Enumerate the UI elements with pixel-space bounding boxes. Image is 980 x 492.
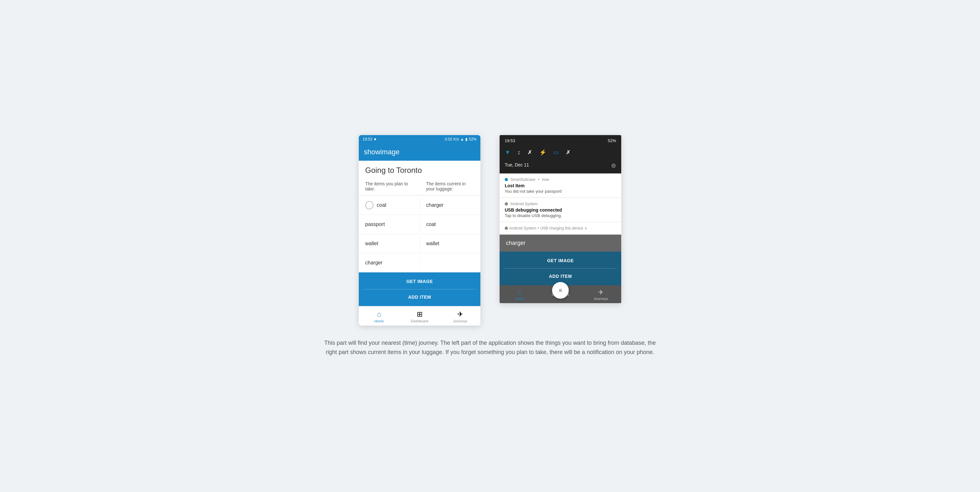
nav-dashboard[interactable]: ⊞ Dashboard <box>399 309 440 324</box>
right-panel: 19:53 52% ▼ ↕ ✗ ⚡ ▭ ✗ Tue, Dec 11 ⚙ <box>500 135 621 303</box>
luggage-item-4 <box>420 258 481 267</box>
notif-body-1: You did not take your passport! <box>505 189 616 194</box>
phone-bottom-nav: ⌂ Home ⊞ Dashboard ✈ Journeys <box>359 306 480 326</box>
right-journeys-icon: ✈ <box>598 288 604 296</box>
notif-time-3: USB charging this device <box>540 226 583 231</box>
notif-card-header-2: Android System <box>505 202 616 206</box>
notif-app-2: Android System <box>511 202 538 206</box>
nfc-icon: ✗ <box>566 149 571 156</box>
notif-body-2: Tap to disable USB debugging. <box>505 213 616 218</box>
right-nav-journeys-label: Journeys <box>594 297 608 301</box>
table-row: passport coat <box>359 215 480 234</box>
journeys-icon: ✈ <box>457 310 463 318</box>
planned-item-3: wallet <box>359 236 420 251</box>
status-dot <box>374 138 376 140</box>
notification-shade: 19:53 52% ▼ ↕ ✗ ⚡ ▭ ✗ Tue, Dec 11 ⚙ <box>500 135 621 235</box>
phone-content: Going to Toronto The items you plan to t… <box>359 161 480 272</box>
status-time: 19:53 <box>363 137 372 142</box>
phone-icon: ▭ <box>554 149 559 156</box>
notif-time: 19:53 <box>505 138 515 143</box>
notif-time-1: now <box>542 177 549 182</box>
wifi-icon: ▼ <box>505 149 511 156</box>
notification-usb-charging[interactable]: Android System • USB charging this devic… <box>500 222 621 235</box>
notif-title-2: USB debugging connected <box>505 207 616 213</box>
description-text: This part will find your nearest (time) … <box>314 338 666 357</box>
luggage-item-2: coat <box>420 217 481 232</box>
luggage-item-1: charger <box>420 198 481 213</box>
chevron-down-icon: ∨ <box>584 226 587 231</box>
right-item-label: charger <box>500 235 621 252</box>
nav-dashboard-label: Dashboard <box>411 319 428 323</box>
col-header-luggage: The items current in your luggage: <box>420 180 480 193</box>
planned-item-1: coat <box>359 197 420 214</box>
battery-icon: ▮ <box>465 137 468 142</box>
notif-battery: 52% <box>608 138 616 143</box>
notif-date: Tue, Dec 11 <box>505 162 529 169</box>
journey-title: Going to Toronto <box>359 161 480 177</box>
radio-circle[interactable] <box>365 201 374 209</box>
right-nav-home-label: Home <box>515 297 525 301</box>
notif-date-row: Tue, Dec 11 ⚙ <box>500 160 621 174</box>
table-row: coat charger <box>359 196 480 215</box>
notif-title-1: Lost Item <box>505 183 616 188</box>
table-row: charger <box>359 253 480 272</box>
luggage-item-3: wallet <box>420 236 481 251</box>
notif-bullet: • <box>538 226 539 231</box>
right-nav-home[interactable]: ⌂ Home <box>500 287 540 302</box>
right-action-area: GET IMAGE ADD ITEM <box>500 252 621 285</box>
phone-toolbar: showimage <box>359 143 480 161</box>
notif-dot-grey <box>505 202 508 205</box>
data-icon: ↕ <box>517 149 520 156</box>
add-item-button[interactable]: ADD ITEM <box>363 293 476 301</box>
nav-home[interactable]: ⌂ Home <box>359 309 399 324</box>
notif-dot-blue <box>505 178 508 181</box>
right-get-image-button[interactable]: GET IMAGE <box>504 256 617 265</box>
table-header: The items you plan to take: The items cu… <box>359 177 480 196</box>
notif-dot-grey-2 <box>505 227 508 230</box>
status-right: 0.02 K/s ▲ ▮ 52% <box>445 137 477 142</box>
notif-card-sub-3: Android System • USB charging this devic… <box>505 226 616 231</box>
right-nav-dashboard[interactable]: ≡ Dashboard <box>540 291 581 298</box>
notif-card-header: SmartSuitcase • now <box>505 177 616 182</box>
main-container: 19:53 0.02 K/s ▲ ▮ 52% showimage Going t… <box>266 135 714 326</box>
get-image-button[interactable]: GET IMAGE <box>363 277 476 286</box>
network-speed: 0.02 K/s <box>445 137 459 142</box>
settings-icon[interactable]: ⚙ <box>611 162 616 169</box>
dashboard-icon: ⊞ <box>417 310 422 318</box>
phone-status-bar: 19:53 0.02 K/s ▲ ▮ 52% <box>359 135 480 143</box>
notif-icons-row: ▼ ↕ ✗ ⚡ ▭ ✗ <box>500 146 621 160</box>
bluetooth-icon: ✗ <box>527 149 532 156</box>
right-home-icon: ⌂ <box>518 289 522 296</box>
signal-icon: ▲ <box>460 137 464 142</box>
flash-icon: ⚡ <box>539 149 546 156</box>
nav-journeys[interactable]: ✈ Journeys <box>440 309 480 324</box>
planned-item-2: passport <box>359 217 420 232</box>
right-nav-journeys[interactable]: ✈ Journeys <box>581 287 621 302</box>
notification-usb-debug[interactable]: Android System USB debugging connected T… <box>500 198 621 222</box>
right-add-item-button[interactable]: ADD ITEM <box>504 272 617 281</box>
notification-smartsuitcase[interactable]: SmartSuitcase • now Lost Item You did no… <box>500 174 621 198</box>
right-bottom-nav: ⌂ Home ≡ Dashboard ✈ Journeys <box>500 285 621 303</box>
home-icon: ⌂ <box>377 310 381 318</box>
left-phone: 19:53 0.02 K/s ▲ ▮ 52% showimage Going t… <box>359 135 480 326</box>
right-bottom: charger GET IMAGE ADD ITEM ⌂ Home ≡ Dash… <box>500 235 621 303</box>
planned-item-4: charger <box>359 255 420 270</box>
action-area: GET IMAGE ADD ITEM <box>359 272 480 306</box>
notif-app-3: Android System <box>509 226 536 231</box>
app-title: showimage <box>364 148 399 156</box>
fab-button[interactable]: ≡ <box>552 282 569 299</box>
nav-home-label: Home <box>374 319 384 323</box>
notif-separator: • <box>538 177 539 182</box>
battery-percent: 52% <box>469 137 477 142</box>
right-action-divider <box>504 268 617 269</box>
notif-app-1: SmartSuitcase <box>511 177 535 182</box>
nav-journeys-label: Journeys <box>453 319 467 323</box>
notif-top-bar: 19:53 52% <box>500 135 621 146</box>
fab-icon: ≡ <box>559 287 562 294</box>
table-row: wallet wallet <box>359 234 480 253</box>
col-header-planned: The items you plan to take: <box>359 180 420 193</box>
status-left: 19:53 <box>363 137 376 142</box>
